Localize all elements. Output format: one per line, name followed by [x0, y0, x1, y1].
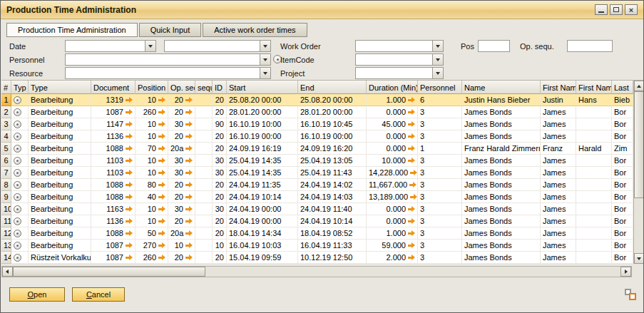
column-header[interactable]: Op. sequ.: [168, 81, 195, 94]
item-code-combo[interactable]: [355, 53, 444, 66]
link-arrow-icon[interactable]: [185, 109, 193, 116]
link-arrow-icon[interactable]: [158, 158, 165, 164]
link-arrow-icon[interactable]: [185, 133, 193, 140]
link-arrow-icon[interactable]: [408, 242, 415, 249]
link-arrow-icon[interactable]: [126, 230, 133, 237]
column-header[interactable]: Position: [136, 81, 168, 94]
scroll-down-icon[interactable]: [634, 253, 644, 264]
link-arrow-icon[interactable]: [126, 170, 133, 176]
link-arrow-icon[interactable]: [408, 158, 415, 164]
link-arrow-icon[interactable]: [158, 182, 165, 188]
scroll-left-icon[interactable]: [2, 267, 13, 277]
link-arrow-icon[interactable]: [126, 182, 133, 188]
link-arrow-icon[interactable]: [185, 97, 193, 103]
horizontal-scrollbar[interactable]: [1, 266, 632, 277]
link-arrow-icon[interactable]: [185, 218, 193, 225]
window-titlebar[interactable]: Production Time Administration ×: [1, 1, 643, 19]
table-row[interactable]: 9 Bearbeitung 1088 40 20 20 24.04.19 10:…: [1, 191, 633, 203]
link-arrow-icon[interactable]: [126, 145, 133, 152]
link-arrow-icon[interactable]: [126, 206, 133, 212]
link-arrow-icon[interactable]: [126, 133, 133, 140]
date-from-combo[interactable]: [65, 40, 156, 52]
column-header[interactable]: Duration (Min): [367, 81, 418, 94]
link-arrow-icon[interactable]: [185, 194, 193, 200]
table-row[interactable]: 12 Bearbeitung 1088 50 20a 20 18.04.19 1…: [1, 227, 633, 240]
column-header[interactable]: First Name: [541, 81, 576, 94]
link-arrow-icon[interactable]: [158, 194, 165, 200]
cell-row-number[interactable]: 5: [1, 143, 11, 155]
link-arrow-icon[interactable]: [158, 133, 165, 140]
column-header[interactable]: First Name 2: [576, 81, 612, 94]
cancel-button[interactable]: Cancel: [72, 287, 125, 302]
column-header[interactable]: sequ.: [195, 81, 213, 94]
chevron-down-icon[interactable]: [432, 68, 443, 78]
link-arrow-icon[interactable]: [408, 133, 415, 140]
chevron-down-icon[interactable]: [260, 41, 270, 51]
table-row[interactable]: 11 Bearbeitung 1136 10 20 20 24.04.19 00…: [1, 215, 633, 227]
table-row[interactable]: 1 Bearbeitung 1319 10 20 20 25.08.20 00:…: [1, 94, 633, 106]
date-to-combo[interactable]: [164, 40, 271, 52]
link-arrow-icon[interactable]: [158, 255, 165, 261]
chevron-down-icon[interactable]: [260, 68, 270, 78]
minimize-button[interactable]: [595, 4, 608, 15]
table-row[interactable]: 3 Bearbeitung 1147 10 30 90 16.10.19 10:…: [1, 118, 633, 130]
cell-row-number[interactable]: 8: [1, 179, 11, 191]
link-arrow-icon[interactable]: [158, 242, 165, 249]
chevron-down-icon[interactable]: [260, 54, 270, 65]
cell-row-number[interactable]: 2: [1, 106, 11, 118]
link-arrow-icon[interactable]: [408, 121, 415, 128]
link-arrow-icon[interactable]: [408, 109, 415, 116]
scroll-right-icon[interactable]: [620, 267, 631, 277]
link-arrow-icon[interactable]: [126, 194, 133, 200]
column-header[interactable]: Last: [612, 81, 633, 94]
column-header[interactable]: ID: [213, 81, 227, 94]
resource-combo[interactable]: [65, 67, 271, 79]
cell-row-number[interactable]: 4: [1, 130, 11, 143]
link-arrow-icon[interactable]: [126, 158, 133, 164]
horizontal-scrollbar-thumb[interactable]: [13, 267, 205, 277]
link-arrow-icon[interactable]: [408, 206, 415, 212]
link-arrow-icon[interactable]: [185, 230, 193, 237]
op-sequ-input[interactable]: [567, 40, 613, 52]
cell-row-number[interactable]: 11: [1, 215, 11, 227]
link-arrow-icon[interactable]: [158, 170, 165, 176]
link-arrow-icon[interactable]: [409, 182, 416, 188]
cell-row-number[interactable]: 6: [1, 155, 11, 167]
column-header[interactable]: Type: [29, 81, 91, 94]
vertical-scrollbar[interactable]: [633, 81, 644, 264]
table-row[interactable]: 4 Bearbeitung 1136 10 20 20 16.10.19 00:…: [1, 130, 633, 143]
table-row[interactable]: 10 Bearbeitung 1163 10 30 30 24.04.19 00…: [1, 203, 633, 215]
chevron-down-icon[interactable]: [145, 41, 155, 51]
link-arrow-icon[interactable]: [185, 121, 193, 128]
link-arrow-icon[interactable]: [126, 242, 133, 249]
cell-row-number[interactable]: 9: [1, 191, 11, 203]
link-arrow-icon[interactable]: [408, 145, 415, 152]
table-row[interactable]: 8 Bearbeitung 1088 80 20 20 24.04.19 11:…: [1, 179, 633, 191]
table-row[interactable]: 2 Bearbeitung 1087 260 20 20 28.01.20 00…: [1, 106, 633, 118]
link-arrow-icon[interactable]: [126, 109, 133, 116]
tab-quick-input[interactable]: Quick Input: [139, 23, 202, 37]
table-row[interactable]: 7 Bearbeitung 1103 10 30 30 25.04.19 14:…: [1, 167, 633, 179]
cell-row-number[interactable]: 1: [1, 94, 11, 106]
link-arrow-icon[interactable]: [185, 182, 193, 188]
link-arrow-icon[interactable]: [185, 255, 193, 261]
cell-row-number[interactable]: 3: [1, 118, 11, 130]
link-arrow-icon[interactable]: [126, 121, 133, 128]
link-arrow-icon[interactable]: [408, 218, 415, 225]
pos-input[interactable]: [478, 40, 510, 52]
tab-production-time-administration[interactable]: Production Time Administration: [6, 23, 138, 37]
restore-button[interactable]: [610, 4, 623, 15]
personnel-combo[interactable]: [65, 53, 271, 66]
column-header[interactable]: End: [298, 81, 367, 94]
column-header[interactable]: #: [1, 81, 11, 94]
link-arrow-icon[interactable]: [126, 255, 133, 261]
cell-row-number[interactable]: 13: [1, 240, 11, 252]
column-header[interactable]: Name: [462, 81, 541, 94]
tab-active-work-order-times[interactable]: Active work order times: [203, 23, 307, 37]
close-button[interactable]: ×: [625, 4, 638, 15]
link-arrow-icon[interactable]: [158, 109, 165, 116]
link-arrow-icon[interactable]: [408, 97, 415, 103]
link-arrow-icon[interactable]: [158, 97, 165, 103]
cell-row-number[interactable]: 7: [1, 167, 11, 179]
column-header[interactable]: Typ: [11, 81, 29, 94]
